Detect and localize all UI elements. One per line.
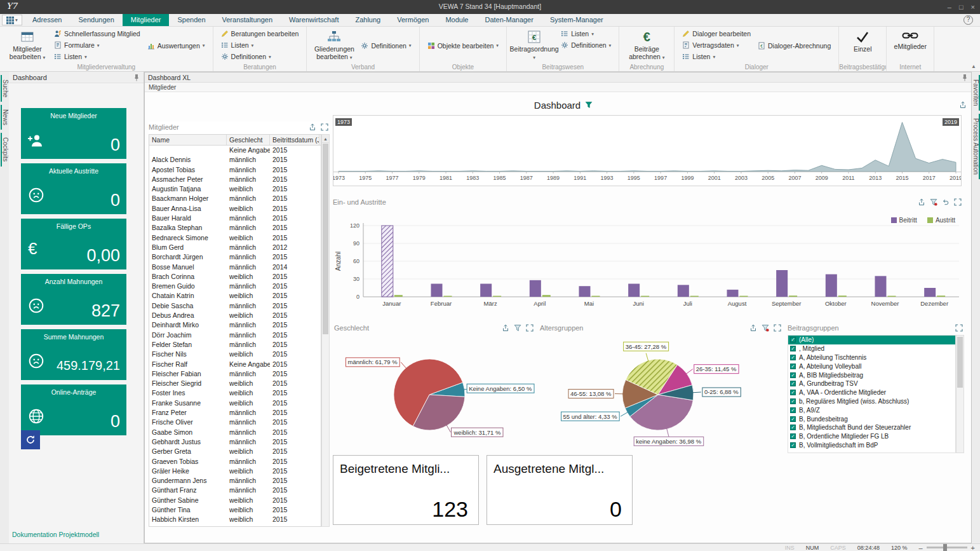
emitglieder-button[interactable]: eMitglieder — [892, 28, 929, 63]
dock-tab-cockpits[interactable]: Cockpits — [1, 133, 8, 166]
table-row[interactable]: Fischer Nilsweiblich2015 — [149, 350, 321, 359]
checkbox-checked-icon[interactable]: ✓ — [790, 425, 796, 430]
gliederungen-bearbeiten-button[interactable]: Gliederungen bearbeiten ▾ — [312, 28, 356, 63]
export-icon[interactable] — [958, 100, 968, 109]
refresh-button[interactable] — [21, 430, 40, 449]
maximize-icon[interactable] — [525, 323, 535, 333]
listen-button[interactable]: Listen▾ — [680, 51, 753, 62]
table-row[interactable]: Habbich Kirstenweiblich2015 — [149, 515, 321, 524]
table-row[interactable]: Bremen Guidomännlich2015 — [149, 282, 321, 291]
beitragsgruppe-item[interactable]: ✓(Alle) — [788, 336, 955, 344]
checkbox-checked-icon[interactable]: ✓ — [790, 442, 796, 448]
maximize-icon[interactable] — [954, 323, 964, 333]
definitionen-button[interactable]: Definitionen▾ — [218, 51, 302, 62]
dock-tab-favoriten[interactable]: Favoriten — [972, 75, 980, 111]
listen-button[interactable]: Listen▾ — [51, 51, 143, 62]
menu-tab-veranstaltungen[interactable]: Veranstaltungen — [214, 14, 281, 26]
beitragsgruppe-item[interactable]: ✓B, A9/Z — [788, 405, 955, 414]
bar-chart[interactable]: 0306090120AnzahlJanuarFebruarMärzAprilMa… — [333, 215, 963, 317]
checkbox-checked-icon[interactable]: ✓ — [790, 346, 796, 351]
maximize-icon[interactable] — [319, 123, 330, 132]
range-start-handle[interactable]: 1973 — [335, 118, 352, 126]
checkbox-checked-icon[interactable]: ✓ — [790, 416, 796, 422]
table-row[interactable]: Fleischer Fabianmännlich2015 — [149, 369, 321, 379]
maximize-icon[interactable] — [772, 323, 782, 333]
documentation-link[interactable]: Dokumentation Projektmodell — [12, 531, 99, 538]
dialoger-abrechnung-button[interactable]: € Dialoger-Abrechnung — [755, 40, 833, 51]
einzel-button[interactable]: Einzel — [844, 28, 881, 63]
checkbox-checked-icon[interactable]: ✓ — [790, 398, 796, 404]
beitragsgruppe-item[interactable]: ✓A, Abteilung Volleyball — [788, 362, 955, 371]
vertragsdaten-button[interactable]: Vertragsdaten▾ — [680, 39, 753, 51]
maximize-button[interactable]: □ — [959, 3, 963, 11]
table-row[interactable]: Blum Gerdmännlich2012 — [149, 243, 321, 252]
menu-tab-adressen[interactable]: Adressen — [24, 14, 70, 26]
help-icon[interactable]: ? — [963, 15, 973, 25]
menu-tab-warenwirtschaft[interactable]: Warenwirtschaft — [281, 14, 347, 26]
beitragsgruppe-item[interactable]: ✓A, VAA - Ordentliche Mitglieder — [788, 388, 955, 397]
table-row[interactable]: Franke Susanneweiblich2015 — [149, 398, 321, 408]
table-row[interactable]: Keine Angaben2015 — [149, 146, 321, 155]
table-row[interactable]: Gundermann Jensmännlich2015 — [149, 476, 321, 486]
filter-active-icon[interactable] — [760, 323, 770, 333]
beitragsgruppe-item[interactable]: ✓b, Reguläres Mitglied (wiss. Abschluss) — [788, 397, 955, 406]
table-row[interactable]: Debie Saschamännlich2015 — [149, 301, 321, 311]
zoom-in-button[interactable]: + — [971, 544, 975, 551]
table-row[interactable]: Bauer Anna-Lisaweiblich2015 — [149, 204, 321, 214]
table-row[interactable]: Bednareck Simoneweiblich2015 — [149, 233, 321, 243]
beitragsgruppe-item[interactable]: ✓B, Mitgliedschaft Bund der Steuerzahler — [788, 423, 955, 432]
beitragsgruppe-item[interactable]: ✓, Mitglied — [788, 344, 955, 353]
beitraege-abrechnen-button[interactable]: € Beiträge abrechnen ▾ — [624, 28, 669, 63]
table-row[interactable]: Günther Sabineweiblich2015 — [149, 496, 321, 505]
export-icon[interactable] — [500, 323, 511, 333]
undo-icon[interactable] — [941, 198, 951, 207]
definitionen-button[interactable]: Definitionen▾ — [358, 40, 413, 51]
listen-button[interactable]: Listen▾ — [218, 39, 302, 51]
table-row[interactable]: Frische Olivermännlich2015 — [149, 418, 321, 427]
table-row[interactable]: Brach Corinnaweiblich2015 — [149, 272, 321, 282]
minimize-button[interactable]: – — [948, 3, 951, 11]
kpi-card-summe-mahnungen[interactable]: Summe Mahnungen459.179,21 — [21, 329, 126, 380]
close-button[interactable]: × — [971, 3, 975, 11]
zoom-slider[interactable] — [927, 547, 967, 548]
checkbox-checked-icon[interactable]: ✓ — [790, 355, 796, 360]
objekte-bearbeiten-button[interactable]: Objekte bearbeiten▾ — [425, 40, 502, 51]
formulare-button[interactable]: Formulare▾ — [51, 39, 143, 51]
mitglieder-bearbeiten-button[interactable]: Mitglieder bearbeiten ▾ — [5, 28, 50, 63]
table-row[interactable]: Bauer Haraldmännlich2015 — [149, 214, 321, 223]
column-header-beitrittsdatum[interactable]: Beitrittsdatum (J... — [270, 135, 319, 145]
menu-tab-spenden[interactable]: Spenden — [169, 14, 213, 26]
ausgetretene-card[interactable]: Ausgetretene Mitgl... 0 — [487, 455, 633, 525]
menu-tab-vermögen[interactable]: Vermögen — [389, 14, 437, 26]
beitragsgruppe-item[interactable]: ✓A, BIB Mitgliedsbeitrag — [788, 371, 955, 379]
column-header-name[interactable]: Name — [149, 135, 227, 145]
kpi-card-aktuelle-austritte[interactable]: Aktuelle Austritte0 — [21, 163, 126, 214]
checkbox-checked-icon[interactable]: ✓ — [790, 390, 796, 395]
menu-tab-system-manager[interactable]: System-Manager — [542, 14, 612, 26]
pin-icon[interactable] — [962, 74, 968, 81]
menu-tab-module[interactable]: Module — [437, 14, 476, 26]
kpi-card-neue-mitglieder[interactable]: Neue Mitglieder0 — [21, 108, 126, 159]
filter-active-icon[interactable] — [929, 198, 939, 207]
kpi-card-online-anträge[interactable]: Online-Anträge0 — [21, 384, 126, 435]
table-row[interactable]: Bosse Manuelmännlich2014 — [149, 262, 321, 272]
table-row[interactable]: Baackmann Holgermännlich2015 — [149, 194, 321, 203]
menu-tab-daten-manager[interactable]: Daten-Manager — [476, 14, 541, 26]
member-table-scrollbar[interactable]: ▲ — [321, 134, 330, 527]
table-row[interactable]: Apostel Tobiasmännlich2015 — [149, 165, 321, 175]
zoom-slider-thumb[interactable] — [943, 544, 947, 551]
range-end-handle[interactable]: 2019 — [943, 118, 959, 126]
table-row[interactable]: Debus Andreaweiblich2015 — [149, 311, 321, 320]
beitragsgruppe-item[interactable]: ✓B, Bundesbeitrag — [788, 414, 955, 423]
maximize-icon[interactable] — [953, 198, 963, 207]
listen-button[interactable]: Listen▾ — [558, 28, 614, 39]
scroll-up-icon[interactable]: ▲ — [322, 135, 329, 143]
table-row[interactable]: Graeven Tobiasmännlich2015 — [149, 457, 321, 466]
dock-tab-news[interactable]: News — [1, 105, 8, 130]
menu-tab-mitglieder[interactable]: Mitglieder — [123, 14, 170, 26]
pin-icon[interactable] — [133, 74, 140, 81]
filter-icon[interactable] — [513, 323, 523, 333]
table-row[interactable]: Assmacher Petermännlich2015 — [149, 175, 321, 184]
beitragsgruppe-item[interactable]: ✓B, Ordentliche Mitglieder FG LB — [788, 432, 955, 441]
checkbox-checked-icon[interactable]: ✓ — [790, 407, 796, 413]
